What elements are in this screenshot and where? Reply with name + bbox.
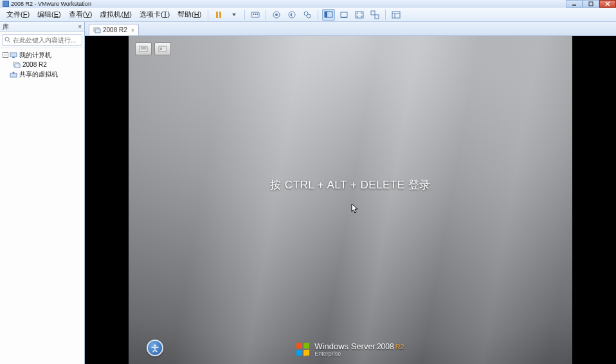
window-title: 2008 R2 - VMware Workstation bbox=[11, 1, 91, 7]
svg-rect-28 bbox=[10, 53, 17, 57]
tree-shared-vms[interactable]: 共享的虚拟机 bbox=[1, 69, 83, 79]
tree-vm-2008r2[interactable]: 2008 R2 bbox=[1, 60, 83, 69]
tree-my-computer[interactable]: − 我的计算机 bbox=[1, 50, 83, 60]
svg-rect-40 bbox=[160, 48, 162, 50]
shared-icon bbox=[10, 71, 17, 78]
svg-line-27 bbox=[9, 41, 11, 43]
tab-label: 2008 R2 bbox=[103, 26, 127, 33]
library-toggle-button[interactable] bbox=[390, 9, 403, 21]
library-search-input[interactable] bbox=[13, 37, 80, 44]
library-panel: 库 × − 我的计算机 2008 R2 共享的虚拟机 bbox=[0, 22, 85, 364]
tree-label: 我的计算机 bbox=[19, 51, 51, 60]
window-controls bbox=[566, 0, 616, 8]
windows-flag-icon bbox=[296, 343, 311, 357]
close-button[interactable] bbox=[599, 0, 616, 8]
fullscreen-button[interactable] bbox=[353, 9, 366, 21]
svg-rect-21 bbox=[371, 11, 375, 15]
svg-rect-1 bbox=[589, 2, 593, 6]
send-cad-button[interactable] bbox=[249, 9, 262, 21]
menu-tabs[interactable]: 选项卡(T) bbox=[136, 8, 174, 21]
tab-close-button[interactable]: × bbox=[131, 27, 134, 33]
branding-text: Windows Server2008R2 Enterprise bbox=[314, 342, 404, 358]
menu-edit[interactable]: 编辑(E) bbox=[33, 8, 65, 21]
tree-label: 2008 R2 bbox=[23, 61, 47, 68]
svg-rect-9 bbox=[255, 14, 256, 15]
snapshot-button[interactable] bbox=[270, 9, 283, 21]
svg-rect-23 bbox=[392, 12, 400, 18]
svg-rect-8 bbox=[253, 14, 254, 15]
tab-2008r2[interactable]: 2008 R2 × bbox=[89, 24, 139, 35]
svg-point-26 bbox=[5, 37, 9, 41]
library-header: 库 × bbox=[0, 22, 84, 32]
vm-screen-wrap: 按 CTRL + ALT + DELETE 登录 Windows Server2… bbox=[85, 36, 616, 364]
menu-vm[interactable]: 虚拟机(M) bbox=[96, 8, 136, 21]
svg-rect-5 bbox=[219, 12, 221, 18]
toolbar-separator bbox=[385, 10, 386, 20]
toolbar-separator bbox=[208, 10, 208, 20]
svg-rect-32 bbox=[10, 73, 17, 77]
brand-suffix: R2 bbox=[395, 343, 404, 350]
power-dropdown-button[interactable] bbox=[228, 9, 240, 21]
computer-icon bbox=[10, 52, 17, 59]
stretch-guest-button[interactable] bbox=[338, 9, 350, 21]
login-prompt: 按 CTRL + ALT + DELETE 登录 bbox=[129, 177, 572, 192]
unity-button[interactable] bbox=[368, 9, 381, 21]
tab-bar: 2008 R2 × bbox=[85, 22, 616, 36]
maximize-button[interactable] bbox=[583, 0, 599, 8]
vm-guest-screen[interactable]: 按 CTRL + ALT + DELETE 登录 Windows Server2… bbox=[129, 36, 572, 364]
library-close-button[interactable]: × bbox=[78, 23, 82, 30]
svg-rect-10 bbox=[257, 14, 258, 15]
menubar: 文件(F) 编辑(E) 查看(V) 虚拟机(M) 选项卡(T) 帮助(H) bbox=[0, 8, 616, 22]
vm-icon bbox=[13, 62, 21, 68]
revert-snapshot-button[interactable] bbox=[285, 9, 298, 21]
svg-rect-17 bbox=[325, 12, 327, 17]
toolbar-separator bbox=[244, 10, 245, 20]
library-search-box[interactable] bbox=[2, 34, 82, 46]
svg-marker-6 bbox=[232, 14, 236, 16]
mouse-cursor-icon bbox=[351, 203, 359, 215]
svg-rect-31 bbox=[15, 64, 20, 68]
menu-view[interactable]: 查看(V) bbox=[65, 8, 96, 21]
svg-rect-35 bbox=[95, 29, 100, 33]
svg-rect-18 bbox=[341, 12, 347, 17]
main-area: 2008 R2 × 按 CTRL + ALT + DELETE 登录 bbox=[85, 22, 616, 364]
guest-language-bar bbox=[135, 42, 171, 55]
library-tree: − 我的计算机 2008 R2 共享的虚拟机 bbox=[0, 48, 84, 81]
pause-button[interactable] bbox=[212, 9, 225, 21]
svg-rect-20 bbox=[356, 12, 363, 18]
tree-label: 共享的虚拟机 bbox=[19, 70, 58, 79]
brand-main: Windows Server bbox=[314, 341, 376, 351]
snapshot-manager-button[interactable] bbox=[301, 9, 314, 21]
toolbar-separator bbox=[266, 10, 266, 20]
svg-rect-39 bbox=[159, 46, 167, 51]
svg-point-15 bbox=[307, 14, 311, 18]
svg-rect-29 bbox=[12, 57, 15, 58]
svg-rect-22 bbox=[375, 15, 379, 19]
menu-help[interactable]: 帮助(H) bbox=[174, 8, 205, 21]
menu-file[interactable]: 文件(F) bbox=[3, 8, 33, 21]
tree-collapse-icon[interactable]: − bbox=[3, 52, 8, 58]
toolbar-separator bbox=[318, 10, 318, 20]
library-search-wrap bbox=[0, 32, 84, 48]
brand-year: 2008 bbox=[377, 342, 394, 351]
brand-edition: Enterprise bbox=[314, 351, 404, 358]
show-console-button[interactable] bbox=[322, 9, 335, 21]
search-icon bbox=[5, 37, 11, 43]
app-icon bbox=[3, 1, 9, 7]
svg-point-12 bbox=[275, 14, 278, 16]
svg-rect-4 bbox=[216, 12, 218, 18]
guest-lang-button-2[interactable] bbox=[154, 42, 171, 55]
minimize-button[interactable] bbox=[566, 0, 583, 8]
library-title: 库 bbox=[3, 23, 9, 32]
guest-lang-button-1[interactable] bbox=[135, 42, 152, 55]
windows-branding: Windows Server2008R2 Enterprise bbox=[129, 342, 572, 358]
vm-icon bbox=[93, 27, 101, 33]
svg-point-33 bbox=[13, 71, 15, 73]
window-titlebar: 2008 R2 - VMware Workstation bbox=[0, 0, 616, 8]
